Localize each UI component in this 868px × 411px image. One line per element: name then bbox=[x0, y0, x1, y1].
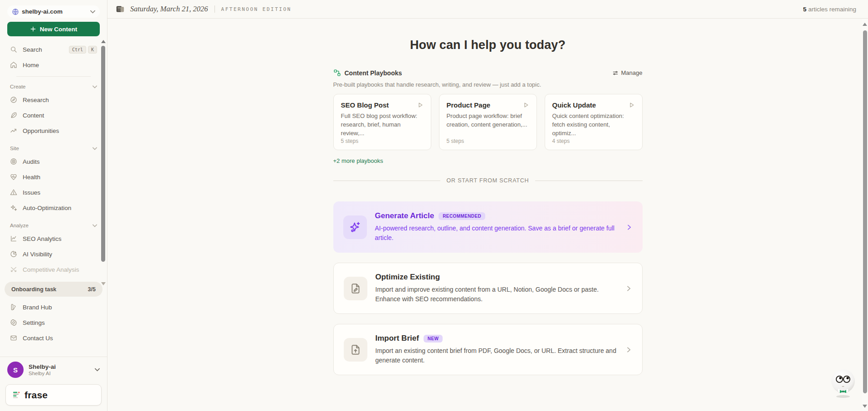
frase-wordmark: frase bbox=[24, 390, 48, 401]
settings-label: Settings bbox=[23, 319, 45, 326]
sidebar-item-ai-visibility[interactable]: AI Visibility bbox=[6, 246, 101, 262]
search-shortcut: Ctrl K bbox=[69, 46, 97, 54]
home-icon bbox=[10, 61, 18, 69]
import-brief-card[interactable]: Import Brief NEW Import an existing cont… bbox=[333, 324, 643, 375]
section-analyze[interactable]: Analyze bbox=[6, 220, 101, 231]
page-scrollbar-thumb[interactable] bbox=[863, 30, 867, 393]
play-icon[interactable] bbox=[628, 102, 635, 108]
auto-optimization-label: Auto-Optimization bbox=[23, 205, 71, 211]
chevron-down-icon bbox=[93, 85, 97, 88]
playbook-steps: 5 steps bbox=[341, 138, 424, 144]
sparkles-icon bbox=[10, 204, 18, 212]
new-content-button[interactable]: New Content bbox=[7, 22, 100, 36]
brand-hub-label: Brand Hub bbox=[23, 304, 52, 311]
divider bbox=[16, 76, 91, 77]
target-icon bbox=[10, 158, 18, 166]
playbook-title: Quick Update bbox=[552, 101, 596, 109]
action-description: Import and improve existing content from… bbox=[375, 285, 619, 304]
gear-icon bbox=[10, 319, 18, 327]
scroll-up-arrow[interactable] bbox=[101, 40, 106, 43]
sidebar-item-search[interactable]: Search Ctrl K bbox=[6, 42, 101, 57]
sidebar-item-health[interactable]: Health bbox=[6, 169, 101, 185]
plus-icon bbox=[30, 26, 36, 32]
chevron-down-icon bbox=[93, 147, 97, 150]
main-area: Saturday, March 21, 2026 AFTERNOON EDITI… bbox=[107, 0, 868, 411]
scroll-down-arrow[interactable] bbox=[101, 282, 106, 285]
generate-article-card[interactable]: Generate Article RECOMMENDED AI-powered … bbox=[333, 201, 643, 253]
warning-triangle-icon bbox=[10, 189, 18, 196]
articles-remaining: 5articles remaining bbox=[803, 6, 856, 13]
sidebar-item-research[interactable]: Research bbox=[6, 92, 101, 108]
onboarding-task-pill[interactable]: Onboarding task 3/5 bbox=[5, 282, 102, 297]
audits-label: Audits bbox=[23, 158, 40, 165]
brand-icon bbox=[10, 303, 18, 311]
sidebar-item-settings[interactable]: Settings bbox=[6, 315, 101, 330]
sidebar-item-competitive-analysis[interactable]: Competitive Analysis bbox=[6, 262, 101, 277]
action-description: AI-powered research, outline, and conten… bbox=[375, 224, 620, 243]
playbook-card-seo-blog-post[interactable]: SEO Blog Post Full SEO blog post workflo… bbox=[333, 94, 431, 150]
scratch-divider-label: OR START FROM SCRATCH bbox=[447, 177, 529, 184]
frase-logo-button[interactable]: frase bbox=[5, 384, 102, 406]
chevron-down-icon bbox=[90, 10, 95, 14]
sidebar-item-audits[interactable]: Audits bbox=[6, 154, 101, 169]
sidebar: shelby-ai.com New Content Search Ctrl K bbox=[0, 0, 107, 411]
onboarding-progress: 3/5 bbox=[88, 286, 96, 293]
frase-logo-icon bbox=[12, 391, 21, 399]
divider-line bbox=[535, 181, 642, 181]
page-content: How can I help you today? Content Playbo… bbox=[107, 19, 868, 411]
chevron-right-icon bbox=[625, 285, 632, 292]
page-scrollbar[interactable] bbox=[862, 19, 868, 411]
play-icon[interactable] bbox=[522, 102, 529, 108]
playbooks-title: Content Playbooks bbox=[345, 69, 402, 77]
ai-visibility-label: AI Visibility bbox=[23, 251, 52, 258]
site-selector-dropdown[interactable]: shelby-ai.com bbox=[7, 5, 100, 18]
scroll-up-arrow[interactable] bbox=[863, 23, 867, 26]
sidebar-footer-nav: Brand Hub Settings Contact Us bbox=[0, 298, 107, 346]
sidebar-scrollbar[interactable] bbox=[101, 40, 106, 262]
playbook-card-product-page[interactable]: Product Page Product page workflow: brie… bbox=[439, 94, 537, 150]
site-selector-label: shelby-ai.com bbox=[22, 8, 63, 15]
sidebar-nav: Search Ctrl K Home Create bbox=[0, 36, 107, 277]
content-playbooks-section: Content Playbooks Manage Pre-built playb… bbox=[333, 69, 643, 165]
sidebar-item-content[interactable]: Content bbox=[6, 108, 101, 123]
account-switcher[interactable]: S Shelby-ai Shelby AI bbox=[0, 357, 107, 381]
new-content-label: New Content bbox=[40, 26, 78, 33]
manage-playbooks-button[interactable]: Manage bbox=[612, 69, 643, 76]
home-label: Home bbox=[23, 62, 39, 68]
edition-label: AFTERNOON EDITION bbox=[221, 6, 292, 12]
compass-icon bbox=[10, 96, 18, 104]
sidebar-item-seo-analytics[interactable]: SEO Analytics bbox=[6, 231, 101, 246]
playbook-description: Full SEO blog post workflow: research, b… bbox=[341, 112, 424, 137]
playbook-steps: 4 steps bbox=[552, 138, 635, 144]
section-site[interactable]: Site bbox=[6, 143, 101, 154]
assistant-mascot[interactable] bbox=[829, 367, 857, 399]
sidebar-item-issues[interactable]: Issues bbox=[6, 185, 101, 200]
optimize-existing-card[interactable]: Optimize Existing Import and improve exi… bbox=[333, 263, 643, 314]
sidebar-scrollbar-thumb[interactable] bbox=[101, 46, 105, 262]
playbook-steps: 5 steps bbox=[447, 138, 529, 144]
sidebar-item-home[interactable]: Home bbox=[6, 57, 101, 73]
newspaper-icon bbox=[116, 5, 125, 13]
play-icon[interactable] bbox=[417, 102, 424, 108]
file-up-icon bbox=[344, 338, 367, 362]
trending-up-icon bbox=[10, 127, 18, 135]
sidebar-item-auto-optimization[interactable]: Auto-Optimization bbox=[6, 200, 101, 215]
opportunities-label: Opportunities bbox=[23, 127, 59, 134]
sidebar-item-opportunities[interactable]: Opportunities bbox=[6, 123, 101, 138]
section-create[interactable]: Create bbox=[6, 81, 101, 92]
more-playbooks-link[interactable]: +2 more playbooks bbox=[333, 157, 383, 164]
sidebar-bottom: S Shelby-ai Shelby AI bbox=[0, 355, 107, 411]
scroll-down-arrow[interactable] bbox=[863, 405, 867, 408]
content-label: Content bbox=[23, 112, 44, 119]
playbooks-description: Pre-built playbooks that handle research… bbox=[333, 81, 643, 88]
action-description: Import an existing content brief from PD… bbox=[375, 346, 619, 365]
playbook-card-quick-update[interactable]: Quick Update Quick content optimization:… bbox=[545, 94, 643, 150]
manage-label: Manage bbox=[621, 69, 643, 76]
mail-icon bbox=[10, 334, 18, 342]
chevron-down-icon bbox=[95, 368, 100, 372]
avatar: S bbox=[7, 362, 24, 378]
sidebar-item-brand-hub[interactable]: Brand Hub bbox=[6, 299, 101, 315]
articles-count: 5 bbox=[803, 6, 807, 13]
sidebar-item-contact-us[interactable]: Contact Us bbox=[6, 330, 101, 346]
page-title: How can I help you today? bbox=[333, 38, 643, 52]
